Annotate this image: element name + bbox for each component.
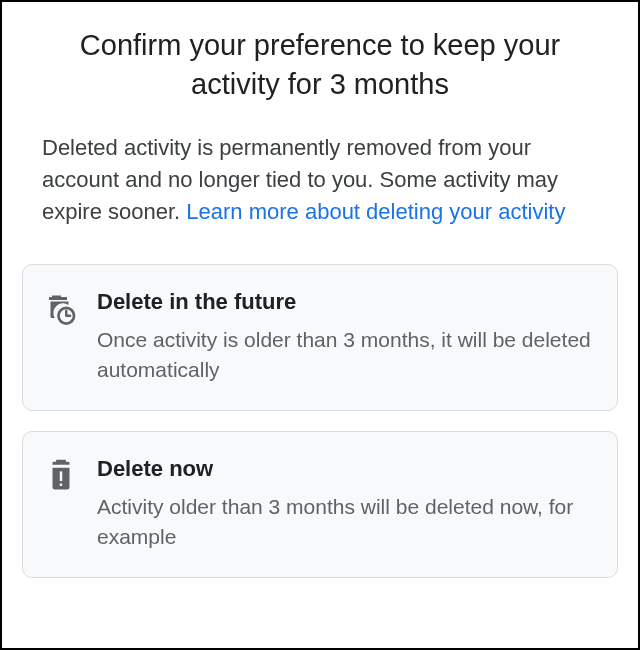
delete-future-title: Delete in the future (97, 289, 595, 315)
page-title: Confirm your preference to keep your act… (42, 26, 598, 104)
svg-rect-1 (60, 471, 62, 481)
delete-future-card[interactable]: Delete in the future Once activity is ol… (22, 264, 618, 411)
delete-future-subtitle: Once activity is older than 3 months, it… (97, 325, 595, 386)
trash-clock-icon (43, 291, 79, 327)
description-text: Deleted activity is permanently removed … (42, 132, 598, 228)
delete-now-title: Delete now (97, 456, 595, 482)
trash-alert-icon (43, 458, 79, 494)
svg-rect-2 (60, 483, 62, 485)
delete-now-subtitle: Activity older than 3 months will be del… (97, 492, 595, 553)
delete-now-card[interactable]: Delete now Activity older than 3 months … (22, 431, 618, 578)
learn-more-link[interactable]: Learn more about deleting your activity (186, 199, 565, 224)
